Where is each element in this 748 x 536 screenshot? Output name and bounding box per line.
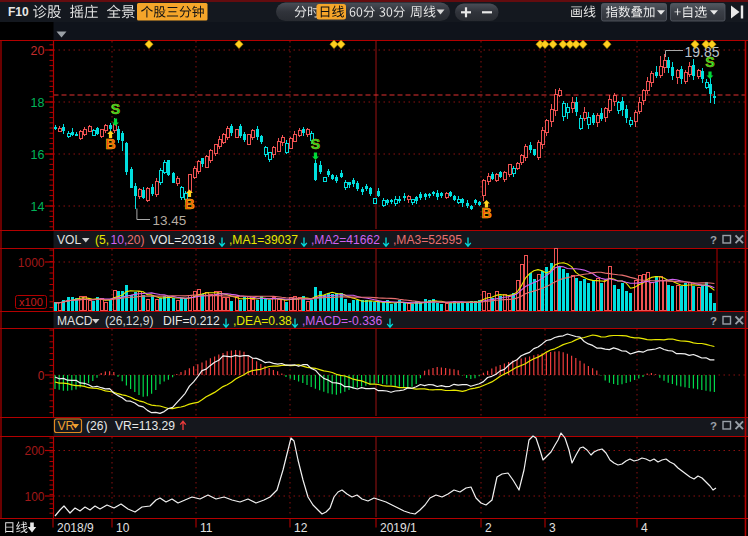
svg-text:(26,12,9): (26,12,9) bbox=[105, 314, 153, 328]
svg-text:(5,: (5, bbox=[95, 233, 109, 247]
svg-text:,DEA=0.38: ,DEA=0.38 bbox=[233, 314, 292, 328]
svg-text:S: S bbox=[311, 136, 320, 152]
svg-text:,MA3=52595: ,MA3=52595 bbox=[393, 233, 462, 247]
svg-text:10,: 10, bbox=[111, 233, 128, 247]
svg-text:,MA1=39037: ,MA1=39037 bbox=[229, 233, 298, 247]
svg-text:3: 3 bbox=[549, 521, 556, 535]
svg-text:?: ? bbox=[710, 420, 717, 432]
svg-text:VR: VR bbox=[58, 419, 75, 433]
svg-text:B: B bbox=[184, 196, 194, 212]
svg-text:20: 20 bbox=[31, 44, 45, 58]
svg-text:14: 14 bbox=[31, 200, 45, 214]
svg-text:(26): (26) bbox=[86, 419, 108, 433]
svg-text:?: ? bbox=[710, 234, 717, 246]
svg-text:VR=113.29: VR=113.29 bbox=[115, 419, 175, 433]
svg-text:S: S bbox=[111, 101, 120, 117]
svg-text:VOL=20318: VOL=20318 bbox=[150, 233, 215, 247]
svg-text:B: B bbox=[481, 205, 491, 221]
svg-text:4: 4 bbox=[641, 521, 648, 535]
svg-text:18: 18 bbox=[31, 96, 45, 110]
svg-text:1000: 1000 bbox=[18, 256, 45, 270]
svg-text:,MA2=41662: ,MA2=41662 bbox=[311, 233, 380, 247]
svg-text:2: 2 bbox=[485, 521, 492, 535]
svg-text:0: 0 bbox=[38, 369, 45, 383]
svg-text:?: ? bbox=[710, 315, 717, 327]
svg-text:x100: x100 bbox=[19, 296, 43, 308]
svg-text:100: 100 bbox=[24, 490, 44, 504]
svg-text:10: 10 bbox=[116, 521, 130, 535]
svg-text:MACD: MACD bbox=[57, 314, 93, 328]
svg-text:16: 16 bbox=[31, 148, 45, 162]
svg-text:DIF=0.212: DIF=0.212 bbox=[163, 314, 220, 328]
svg-text:VOL: VOL bbox=[57, 233, 81, 247]
svg-text:F10: F10 bbox=[8, 5, 29, 19]
svg-text:20): 20) bbox=[127, 233, 144, 247]
svg-text:B: B bbox=[105, 136, 115, 152]
svg-text:2019/1: 2019/1 bbox=[380, 521, 417, 535]
svg-text:,MACD=-0.336: ,MACD=-0.336 bbox=[302, 314, 383, 328]
svg-text:12: 12 bbox=[294, 521, 308, 535]
svg-text:13.45: 13.45 bbox=[153, 213, 187, 228]
svg-text:2018/9: 2018/9 bbox=[57, 521, 94, 535]
svg-text:S: S bbox=[705, 54, 714, 70]
svg-text:11: 11 bbox=[200, 521, 213, 535]
svg-text:200: 200 bbox=[24, 444, 44, 458]
